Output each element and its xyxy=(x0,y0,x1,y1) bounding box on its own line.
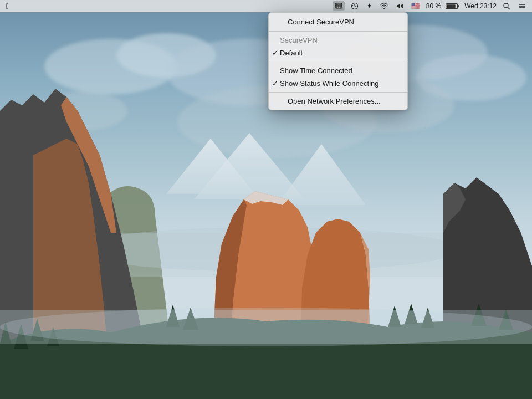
network-prefs-item[interactable]: Open Network Preferences... xyxy=(269,95,407,108)
spotlight-icon[interactable] xyxy=(501,2,512,11)
separator-3 xyxy=(269,92,407,93)
default-label: Default xyxy=(280,49,303,57)
svg-marker-27 xyxy=(397,3,400,9)
vpn-icon[interactable] xyxy=(332,1,345,10)
svg-rect-30 xyxy=(458,5,459,7)
menubar-left:  xyxy=(4,2,11,11)
show-status-label: Show Status While Connecting xyxy=(280,79,378,88)
svg-line-32 xyxy=(508,7,509,9)
airdrop-icon[interactable] xyxy=(378,2,390,11)
notification-center-icon[interactable] xyxy=(516,2,528,11)
show-status-check: ✓ xyxy=(272,79,280,88)
volume-icon[interactable] xyxy=(394,2,405,11)
dropdown-menu: Connect SecureVPN SecureVPN ✓ Default Sh… xyxy=(268,12,408,110)
apple-menu[interactable]:  xyxy=(4,2,11,11)
show-status-item[interactable]: ✓ Show Status While Connecting xyxy=(269,77,407,90)
connect-securevpn-item[interactable]: Connect SecureVPN xyxy=(269,15,407,29)
history-icon[interactable] xyxy=(349,2,360,11)
network-prefs-label: Open Network Preferences... xyxy=(288,97,381,105)
separator-2 xyxy=(269,62,407,62)
show-time-check xyxy=(272,66,280,75)
connect-check-space xyxy=(280,18,288,26)
datetime: Wed 23:12 xyxy=(464,2,497,10)
battery-percent: 80 % xyxy=(426,2,441,10)
connect-label: Connect SecureVPN xyxy=(288,18,354,26)
menubar:  ✦ xyxy=(0,0,532,12)
svg-point-26 xyxy=(383,8,385,9)
menubar-right: ✦ 🇺🇸 80 % xyxy=(332,1,528,10)
bluetooth-icon[interactable]: ✦ xyxy=(365,2,374,10)
separator-1 xyxy=(269,31,407,32)
network-prefs-check-space xyxy=(280,97,288,105)
default-item[interactable]: ✓ Default xyxy=(269,47,407,59)
battery-icon xyxy=(446,2,460,10)
securevpn-header: SecureVPN xyxy=(269,34,407,47)
desktop-background xyxy=(0,0,532,399)
flag-icon[interactable]: 🇺🇸 xyxy=(410,2,422,10)
svg-rect-29 xyxy=(447,4,456,8)
svg-line-25 xyxy=(355,6,356,7)
show-time-label: Show Time Connected xyxy=(280,66,352,75)
show-time-item[interactable]: Show Time Connected xyxy=(269,64,407,77)
securevpn-label: SecureVPN xyxy=(280,36,318,44)
default-check: ✓ xyxy=(272,49,280,57)
svg-point-16 xyxy=(0,308,532,346)
